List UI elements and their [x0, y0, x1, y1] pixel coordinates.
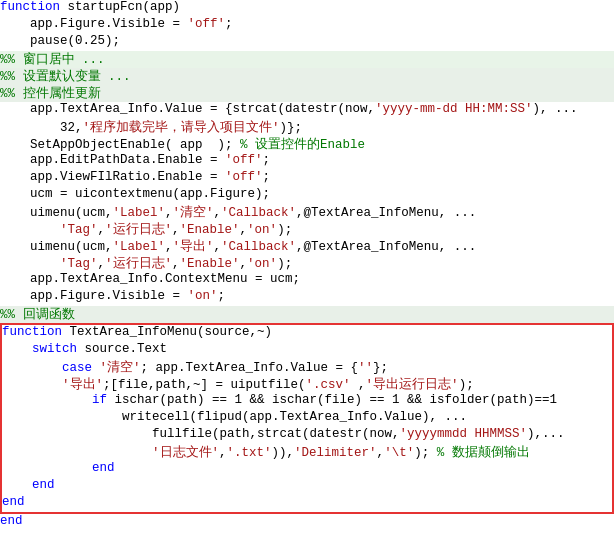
code-line-25: writecell(flipud(app.TextArea_Info.Value… — [2, 410, 612, 427]
code-line-17: app.TextArea_Info.ContextMenu = ucm; — [0, 272, 614, 289]
code-line-11: app.ViewFIlRatio.Enable = 'off'; — [0, 170, 614, 187]
code-line-3: pause(0.25); — [0, 34, 614, 51]
code-line-21: switch source.Text — [2, 342, 612, 359]
code-line-12: ucm = uicontextmenu(app.Figure); — [0, 187, 614, 204]
code-line-6: %% 控件属性更新 — [0, 85, 614, 102]
code-editor: function startupFcn(app) app.Figure.Visi… — [0, 0, 614, 557]
code-line-20: function TextArea_InfoMenu(source,~) — [2, 325, 612, 342]
code-line-31: end — [0, 514, 614, 531]
keyword-function: function — [0, 0, 68, 14]
code-line-2: app.Figure.Visible = 'off'; — [0, 17, 614, 34]
code-line-24: if ischar(path) == 1 && ischar(file) == … — [2, 393, 612, 410]
code-line-30: end — [2, 495, 612, 512]
code-line-28: end — [2, 461, 612, 478]
code-line-13: uimenu(ucm,'Label','清空','Callback',@Text… — [0, 204, 614, 221]
code-line-26: fullfile(path,strcat(datestr(now,'yyyymm… — [2, 427, 612, 444]
code-line-19: %% 回调函数 — [0, 306, 614, 323]
code-line-7: app.TextArea_Info.Value = {strcat(datest… — [0, 102, 614, 119]
code-line-16: 'Tag','运行日志','Enable','on'); — [0, 255, 614, 272]
code-line-14: 'Tag','运行日志','Enable','on'); — [0, 221, 614, 238]
code-line-8: 32,'程序加载完毕，请导入项目文件')}; — [0, 119, 614, 136]
code-line-22: case '清空'; app.TextArea_Info.Value = {''… — [2, 359, 612, 376]
code-line-9: SetAppObjectEnable( app ); % 设置控件的Enable — [0, 136, 614, 153]
code-line-27: '日志文件','.txt')),'Delimiter','\t'); % 数据颠… — [2, 444, 612, 461]
code-line-4: %% 窗口居中 ... — [0, 51, 614, 68]
code-line-23: '导出';[file,path,~] = uiputfile('.csv' ,'… — [2, 376, 612, 393]
code-line-15: uimenu(ucm,'Label','导出','Callback',@Text… — [0, 238, 614, 255]
code-line-29: end — [2, 478, 612, 495]
code-line-5: %% 设置默认变量 ... — [0, 68, 614, 85]
code-line-10: app.EditPathData.Enable = 'off'; — [0, 153, 614, 170]
highlighted-box: function TextArea_InfoMenu(source,~) swi… — [0, 323, 614, 514]
code-line-1: function startupFcn(app) — [0, 0, 614, 17]
code-line-18: app.Figure.Visible = 'on'; — [0, 289, 614, 306]
function-name: startupFcn — [68, 0, 143, 14]
